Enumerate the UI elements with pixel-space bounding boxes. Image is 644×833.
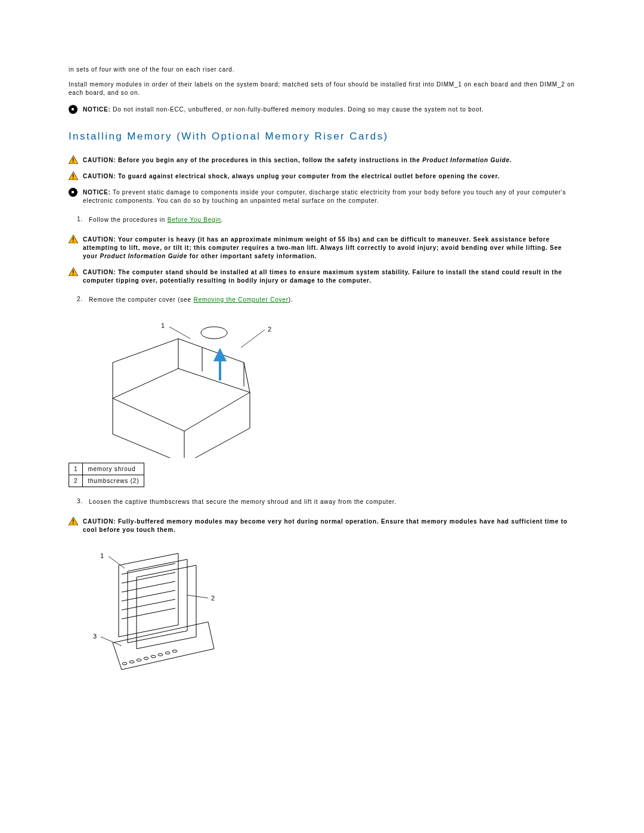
callout-2: 2	[211, 594, 215, 602]
step-1: 1. Follow the procedures in Before You B…	[69, 216, 575, 224]
callout-1: 1	[100, 552, 104, 559]
caution-text: CAUTION: Before you begin any of the pro…	[83, 156, 575, 165]
step-number: 2.	[69, 296, 89, 304]
caution-row-2: ! CAUTION: To guard against electrical s…	[69, 172, 575, 181]
intro-line-1: in sets of four with one of the four on …	[69, 66, 575, 75]
callout-2: 2	[268, 326, 272, 333]
caution-icon: !	[69, 517, 83, 525]
callout-3: 3	[93, 633, 97, 640]
caution-text: CAUTION: The computer stand should be in…	[83, 268, 575, 285]
notice-text: NOTICE: Do not install non-ECC, unbuffer…	[83, 105, 575, 114]
caution-row-1: ! CAUTION: Before you begin any of the p…	[69, 156, 575, 165]
table-row: 1 memory shroud	[69, 463, 144, 475]
diagram-2: 1 2 3	[89, 541, 575, 679]
diagram-1: 1 2	[89, 315, 575, 458]
step-2: 2. Remove the computer cover (see Removi…	[69, 296, 575, 304]
step-number: 3.	[69, 498, 89, 506]
callout-1: 1	[161, 322, 165, 329]
caution-icon: !	[69, 268, 83, 276]
table-row: 2 thumbscrews (2)	[69, 475, 144, 487]
notice-icon: ●	[69, 188, 83, 197]
legend-num: 2	[69, 475, 83, 487]
notice-row-1: ● NOTICE: Do not install non-ECC, unbuff…	[69, 105, 575, 114]
svg-rect-19	[89, 541, 226, 679]
caution-icon: !	[69, 172, 83, 180]
document-page: in sets of four with one of the four on …	[0, 0, 644, 833]
legend-label: memory shroud	[83, 463, 144, 475]
legend-label: thumbscrews (2)	[83, 475, 144, 487]
diagram-chassis-svg: 1 2	[89, 315, 280, 458]
caution-row-3: ! CAUTION: Your computer is heavy (it ha…	[69, 235, 575, 261]
step-body: Remove the computer cover (see Removing …	[89, 296, 575, 304]
legend-table: 1 memory shroud 2 thumbscrews (2)	[69, 463, 144, 487]
link-before-you-begin[interactable]: Before You Begin	[168, 216, 221, 223]
svg-text:!: !	[72, 237, 75, 243]
caution-text: CAUTION: To guard against electrical sho…	[83, 172, 575, 181]
step-body: Follow the procedures in Before You Begi…	[89, 216, 575, 224]
legend-num: 1	[69, 463, 83, 475]
caution-text: CAUTION: Your computer is heavy (it has …	[83, 235, 575, 261]
caution-icon: !	[69, 156, 83, 164]
caution-text: CAUTION: Fully-buffered memory modules m…	[83, 517, 575, 534]
caution-row-4: ! CAUTION: The computer stand should be …	[69, 268, 575, 285]
link-removing-cover[interactable]: Removing the Computer Cover	[193, 296, 288, 303]
svg-text:!: !	[72, 270, 75, 276]
caution-icon: !	[69, 235, 83, 243]
section-heading: Installing Memory (With Optional Memory …	[69, 131, 575, 143]
svg-text:!: !	[72, 519, 75, 525]
svg-text:!: !	[72, 157, 75, 164]
notice-row-2: ● NOTICE: To prevent static damage to co…	[69, 188, 575, 205]
step-3: 3. Loosen the captive thumbscrews that s…	[69, 498, 575, 506]
caution-row-5: ! CAUTION: Fully-buffered memory modules…	[69, 517, 575, 534]
step-body: Loosen the captive thumbscrews that secu…	[89, 498, 575, 506]
notice-icon: ●	[69, 105, 83, 114]
notice-text: NOTICE: To prevent static damage to comp…	[83, 188, 575, 205]
diagram-risers-svg: 1 2 3	[89, 541, 226, 679]
svg-text:!: !	[72, 174, 75, 180]
intro-line-2: Install memory modules in order of their…	[69, 80, 575, 98]
step-number: 1.	[69, 216, 89, 224]
